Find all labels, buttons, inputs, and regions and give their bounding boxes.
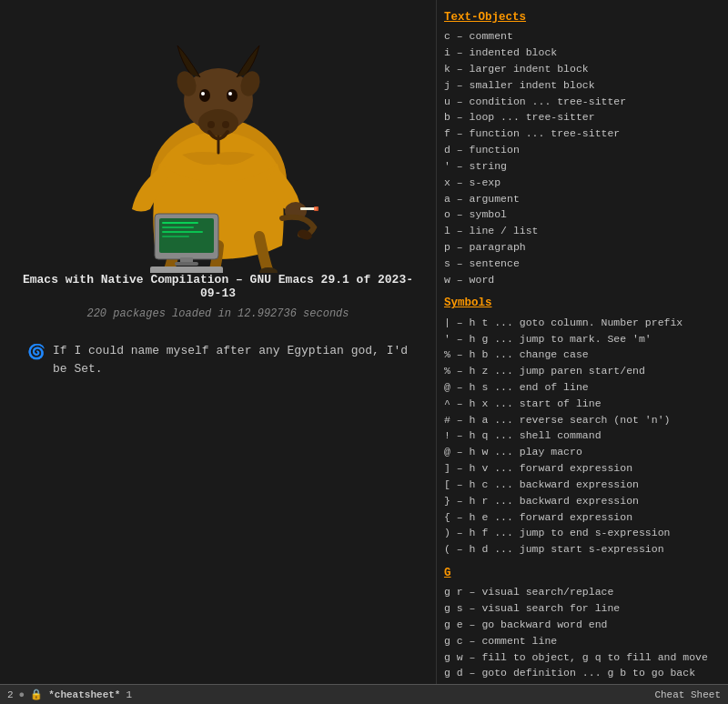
list-item: u – condition ... tree-sitter — [444, 94, 721, 110]
svg-point-5 — [222, 121, 229, 128]
list-item: g e – go backward word end — [444, 617, 721, 633]
list-item: p – paragraph — [444, 239, 721, 256]
svg-point-8 — [201, 92, 205, 96]
svg-rect-25 — [175, 262, 198, 266]
list-item: % – h b ... change case — [444, 347, 721, 363]
list-item: [ – h c ... backward expression — [444, 477, 721, 493]
symbols-title: Symbols — [444, 295, 721, 312]
list-item: ] – h v ... forward expression — [444, 460, 721, 477]
list-item: x – s-exp — [444, 175, 721, 191]
status-colnum: 1 — [126, 689, 132, 700]
symbols-list: | – h t ... goto column. Number prefix' … — [444, 315, 721, 558]
list-item: { – h e ... forward expression — [444, 509, 721, 526]
g-list: g r – visual search/replaceg s – visual … — [444, 584, 721, 684]
status-dot: ● — [19, 689, 25, 700]
list-item: # – h a ... reverse search (not 'n') — [444, 412, 721, 428]
status-lock-icon: 🔒 — [30, 689, 43, 700]
list-item: o – symbol — [444, 206, 721, 223]
list-item: g c – comment line — [444, 633, 721, 649]
list-item: a – argument — [444, 191, 721, 207]
list-item: w – word — [444, 272, 721, 288]
list-item: ' – h g ... jump to mark. See 'm' — [444, 331, 721, 347]
svg-rect-22 — [162, 231, 203, 233]
list-item: @ – h w ... play macro — [444, 444, 721, 460]
text-objects-title: Text-Objects — [444, 9, 721, 26]
list-item: s – sentence — [444, 256, 721, 272]
list-item: d – function — [444, 142, 721, 158]
svg-point-9 — [228, 92, 232, 96]
svg-rect-21 — [162, 226, 194, 228]
message-text: If I could name myself after any Egyptia… — [53, 342, 409, 377]
list-item: ( – h d ... jump start s-expression — [444, 541, 721, 558]
list-item: f – function ... tree-sitter — [444, 126, 721, 142]
svg-rect-14 — [314, 206, 318, 211]
list-item: } – h r ... backward expression — [444, 493, 721, 509]
status-num: 2 — [7, 689, 14, 700]
list-item: @ – h s ... end of line — [444, 379, 721, 396]
svg-point-6 — [199, 89, 210, 102]
right-panel[interactable]: Text-Objects c – commenti – indented blo… — [437, 0, 728, 684]
list-item: g s – visual search for line — [444, 600, 721, 617]
svg-rect-20 — [162, 222, 198, 224]
emacs-title: Emacs with Native Compilation – GNU Emac… — [18, 273, 418, 300]
svg-point-7 — [227, 89, 238, 102]
list-item: g w – fill to object, g q to fill and mo… — [444, 649, 721, 666]
svg-rect-26 — [150, 267, 223, 273]
message-line: 🌀 If I could name myself after any Egypt… — [18, 342, 418, 377]
svg-point-3 — [198, 109, 238, 136]
list-item: % – h z ... jump paren start/end — [444, 363, 721, 379]
list-item: | – h t ... goto column. Number prefix — [444, 315, 721, 331]
status-right-label: Cheat Sheet — [654, 689, 721, 700]
list-item: g d – goto definition ... g b to go back — [444, 665, 721, 681]
list-item: l – line / list — [444, 223, 721, 239]
gnu-image — [100, 18, 337, 273]
status-bar: 2 ● 🔒 *cheatsheet* 1 Cheat Sheet — [0, 684, 728, 704]
list-item: i – indented block — [444, 45, 721, 61]
list-item: ) – h f ... jump to end s-expression — [444, 525, 721, 541]
text-objects-list: c – commenti – indented blockk – larger … — [444, 28, 721, 287]
list-item: ! – h q ... shell command — [444, 427, 721, 444]
list-item: ^ – h x ... start of line — [444, 396, 721, 412]
g-title: G — [444, 565, 721, 582]
list-item: g r – visual search/replace — [444, 584, 721, 600]
svg-point-4 — [207, 121, 215, 128]
svg-rect-23 — [162, 236, 189, 237]
emoji-icon: 🌀 — [27, 342, 46, 364]
packages-loaded: 220 packages loaded in 12.992736 seconds — [86, 307, 349, 320]
list-item: j – smaller indent block — [444, 77, 721, 94]
main-area: Emacs with Native Compilation – GNU Emac… — [0, 0, 728, 684]
list-item: c – comment — [444, 28, 721, 45]
status-filename: *cheatsheet* — [48, 689, 120, 700]
list-item: k – larger indent block — [444, 61, 721, 77]
list-item: b – loop ... tree-sitter — [444, 109, 721, 126]
list-item: ' – string — [444, 158, 721, 175]
left-panel: Emacs with Native Compilation – GNU Emac… — [0, 0, 437, 684]
